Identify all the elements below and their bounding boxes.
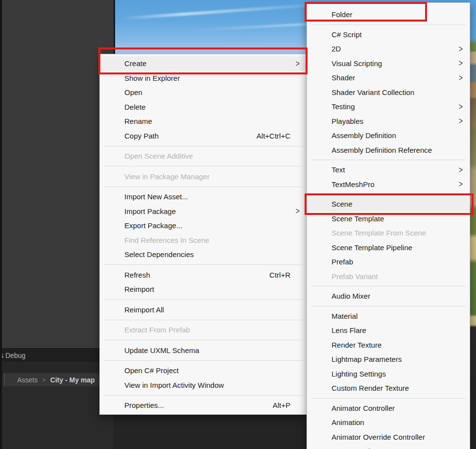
menu-item-import-new-asset[interactable]: Import New Asset... (100, 189, 307, 204)
menu-item-label: Playables (332, 117, 363, 125)
menu-item-label: Scene Template Pipeline (332, 243, 412, 252)
menu-item-label: View in Import Activity Window (124, 381, 224, 389)
submenu-arrow-icon: > (456, 58, 463, 68)
menu-item-audio-mixer[interactable]: Audio Mixer (307, 289, 470, 304)
menu-item-shortcut: Alt+Ctrl+C (257, 132, 290, 140)
menu-item-label: Visual Scripting (332, 59, 382, 68)
menu-item-import-package[interactable]: Import Package> (100, 204, 307, 219)
menu-item-label: Text (332, 165, 345, 174)
menu-item-prefab-variant: Prefab Variant (307, 269, 470, 284)
menu-item-view-in-import-activity-window[interactable]: View in Import Activity Window (100, 378, 307, 393)
menu-item-label: C# Script (332, 30, 362, 39)
menu-item-testing[interactable]: Testing> (307, 99, 470, 114)
menu-item-label: Scene Template From Scene (332, 229, 426, 237)
status-bar: cs Debug (0, 348, 114, 362)
menu-item-shader-variant-collection[interactable]: Shader Variant Collection (307, 85, 470, 100)
menu-separator (311, 286, 466, 286)
menu-separator (104, 320, 303, 320)
menu-item-label: Import Package (124, 207, 176, 215)
menu-item-label: Custom Render Texture (332, 384, 409, 392)
menu-item-open[interactable]: Open (100, 85, 307, 100)
menu-item-label: Scene (332, 200, 353, 208)
menu-separator (311, 398, 466, 399)
menu-item-label: Shader (332, 73, 355, 82)
create-submenu: FolderC# Script2D>Visual Scripting>Shade… (307, 2, 470, 449)
menu-item-label: 2D (332, 45, 341, 53)
menu-item-label: TextMeshPro (332, 180, 375, 189)
menu-item-assembly-definition-reference[interactable]: Assembly Definition Reference (307, 143, 470, 158)
menu-item-label: Refresh (124, 271, 150, 279)
submenu-arrow-icon: > (456, 179, 463, 189)
menu-item-create[interactable]: Create> (100, 56, 307, 71)
menu-item-label: View in Package Manager (124, 172, 210, 181)
panel-divider-bar (0, 362, 114, 373)
menu-item-find-references-in-scene: Find References In Scene (100, 233, 307, 248)
menu-item-animation[interactable]: Animation (307, 415, 470, 430)
menu-item-render-texture[interactable]: Render Texture (307, 338, 470, 353)
menu-item-c-script[interactable]: C# Script (307, 27, 470, 42)
menu-separator (104, 166, 303, 166)
menu-item-select-dependencies[interactable]: Select Dependencies (100, 247, 307, 262)
menu-item-lightmap-parameters[interactable]: Lightmap Parameters (307, 352, 470, 367)
menu-item-refresh[interactable]: RefreshCtrl+R (100, 268, 307, 283)
menu-item-reimport[interactable]: Reimport (100, 282, 307, 297)
menu-item-shortcut: Alt+P (273, 401, 290, 409)
breadcrumb-current[interactable]: City - My map (50, 376, 95, 384)
menu-item-avatar-mask[interactable]: Avatar Mask (307, 444, 470, 449)
menu-item-label: Rename (124, 117, 152, 125)
menu-item-label: Render Texture (332, 341, 381, 349)
menu-item-open-scene-additive: Open Scene Additive (100, 149, 307, 164)
submenu-arrow-icon: > (456, 102, 463, 112)
menu-item-label: Open C# Project (124, 366, 179, 375)
menu-item-show-in-explorer[interactable]: Show in Explorer (100, 71, 307, 86)
menu-item-label: Delete (124, 103, 145, 111)
project-panel-background (100, 414, 308, 449)
breadcrumb-root[interactable]: Assets (17, 376, 38, 384)
menu-separator (104, 360, 303, 361)
menu-separator (104, 340, 303, 340)
submenu-arrow-icon: > (456, 165, 463, 175)
window-left-edge (0, 0, 2, 449)
menu-item-label: Animator Controller (332, 404, 395, 412)
menu-item-reimport-all[interactable]: Reimport All (100, 303, 307, 317)
submenu-arrow-icon: > (293, 59, 300, 69)
menu-separator (311, 194, 466, 194)
menu-item-lens-flare[interactable]: Lens Flare (307, 323, 470, 338)
menu-item-delete[interactable]: Delete (100, 100, 307, 115)
menu-item-properties[interactable]: Properties...Alt+P (100, 398, 307, 413)
menu-item-animator-controller[interactable]: Animator Controller (307, 401, 470, 416)
breadcrumb-bar: Assets > City - My map (0, 373, 114, 386)
menu-item-open-c-project[interactable]: Open C# Project (100, 363, 307, 378)
menu-item-extract-from-prefab: Extract From Prefab (100, 323, 307, 337)
menu-item-scene[interactable]: Scene (307, 197, 470, 212)
menu-item-animator-override-controller[interactable]: Animator Override Controller (307, 430, 470, 445)
menu-item-label: Audio Mixer (332, 292, 370, 300)
chevron-right-icon: > (42, 376, 46, 383)
menu-item-rename[interactable]: Rename (100, 114, 307, 129)
menu-item-shader[interactable]: Shader> (307, 71, 470, 85)
menu-item-scene-template[interactable]: Scene Template (307, 212, 470, 226)
menu-item-label: Shader Variant Collection (332, 88, 414, 96)
menu-item-lighting-settings[interactable]: Lighting Settings (307, 367, 470, 381)
menu-item-export-package[interactable]: Export Package... (100, 218, 307, 233)
menu-item-text[interactable]: Text> (307, 163, 470, 177)
menu-separator (104, 299, 303, 300)
menu-item-label: Avatar Mask (332, 447, 372, 449)
menu-item-custom-render-texture[interactable]: Custom Render Texture (307, 381, 470, 396)
menu-item-label: Folder (332, 10, 353, 19)
menu-item-2d[interactable]: 2D> (307, 42, 470, 56)
menu-item-prefab[interactable]: Prefab (307, 255, 470, 269)
menu-item-visual-scripting[interactable]: Visual Scripting> (307, 56, 470, 71)
menu-item-folder[interactable]: Folder (307, 7, 470, 22)
menu-item-textmeshpro[interactable]: TextMeshPro> (307, 177, 470, 192)
menu-item-label: Copy Path (124, 132, 159, 140)
menu-item-assembly-definition[interactable]: Assembly Definition (307, 128, 470, 143)
menu-item-update-uxml-schema[interactable]: Update UXML Schema (100, 343, 307, 358)
menu-item-scene-template-pipeline[interactable]: Scene Template Pipeline (307, 240, 470, 255)
menu-item-playables[interactable]: Playables> (307, 114, 470, 129)
menu-item-label: Lens Flare (332, 326, 366, 334)
menu-item-shortcut: Ctrl+R (269, 271, 290, 279)
submenu-arrow-icon: > (456, 116, 463, 126)
menu-item-copy-path[interactable]: Copy PathAlt+Ctrl+C (100, 129, 307, 143)
menu-item-material[interactable]: Material (307, 309, 470, 324)
